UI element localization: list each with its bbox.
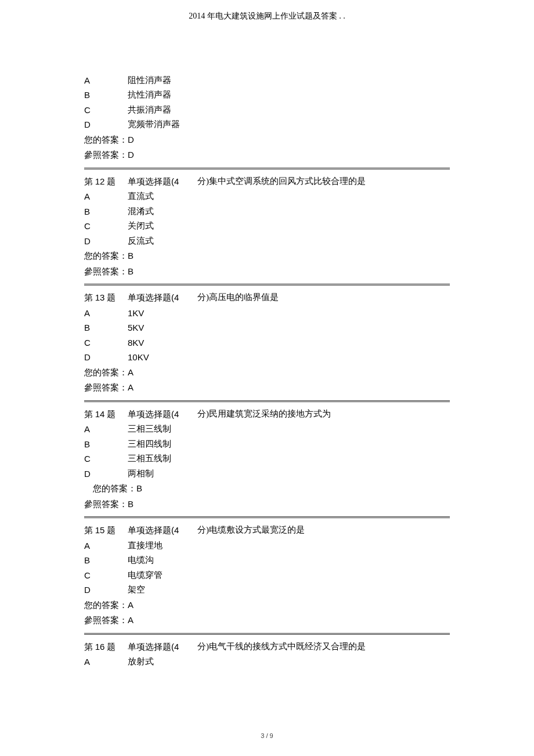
option-letter: C xyxy=(84,568,128,583)
option-text: 共振消声器 xyxy=(128,103,171,118)
q13-option-b: B5KV xyxy=(84,320,450,335)
question-text: 分)集中式空调系统的回风方式比较合理的是 xyxy=(197,174,450,190)
q15-option-a: A直接埋地 xyxy=(84,538,450,554)
q12-header: 第 12 题 单项选择题(4 分)集中式空调系统的回风方式比较合理的是 xyxy=(84,174,450,190)
question-number: 第 16 题 xyxy=(84,639,128,655)
question-type: 单项选择题(4 xyxy=(128,523,197,538)
q11-your-answer: 您的答案：D xyxy=(84,132,450,148)
your-answer-value: D xyxy=(128,135,134,144)
option-text: 1KV xyxy=(128,306,144,321)
option-letter: B xyxy=(84,320,128,335)
your-answer-label: 您的答案： xyxy=(84,135,128,144)
q11-ref-answer: 參照答案：D xyxy=(84,147,450,163)
divider xyxy=(84,516,450,518)
ref-answer-value: D xyxy=(128,150,134,160)
q12-option-c: C关闭式 xyxy=(84,219,450,234)
q14-option-a: A三相三线制 xyxy=(84,422,450,437)
option-text: 三相五线制 xyxy=(128,451,171,466)
your-answer-value: B xyxy=(136,483,142,493)
q11-option-b: B 抗性消声器 xyxy=(84,88,450,103)
question-text: 分)电气干线的接线方式中既经济又合理的是 xyxy=(197,639,450,655)
option-text: 直流式 xyxy=(128,189,154,204)
your-answer-label: 您的答案： xyxy=(84,368,128,377)
option-letter: D xyxy=(84,117,128,132)
divider xyxy=(84,633,450,635)
your-answer-label: 您的答案： xyxy=(93,484,136,493)
option-text: 关闭式 xyxy=(128,219,154,234)
your-answer-value: B xyxy=(128,251,134,261)
divider xyxy=(84,284,450,285)
question-type: 单项选择题(4 xyxy=(128,639,197,655)
q15-ref-answer: 參照答案：A xyxy=(84,613,450,628)
ref-answer-value: A xyxy=(128,382,134,392)
q14-your-answer: 您的答案：B xyxy=(84,481,450,497)
q16-header: 第 16 题 单项选择题(4 分)电气干线的接线方式中既经济又合理的是 xyxy=(84,639,450,655)
q15-your-answer: 您的答案：A xyxy=(84,598,450,613)
option-text: 10KV xyxy=(128,350,149,365)
question-number: 第 15 题 xyxy=(84,523,128,538)
option-text: 阻性消声器 xyxy=(128,73,171,88)
option-text: 电缆沟 xyxy=(128,553,154,568)
q14-ref-answer: 參照答案：B xyxy=(84,497,450,512)
option-text: 三相三线制 xyxy=(128,422,171,437)
q15-option-c: C电缆穿管 xyxy=(84,568,450,583)
q12-ref-answer: 參照答案：B xyxy=(84,264,450,280)
question-type: 单项选择题(4 xyxy=(128,290,197,306)
q13-ref-answer: 參照答案：A xyxy=(84,380,450,396)
ref-answer-label: 參照答案： xyxy=(84,616,128,625)
your-answer-value: A xyxy=(128,367,134,377)
option-letter: A xyxy=(84,306,128,321)
divider xyxy=(84,168,450,169)
option-text: 放射式 xyxy=(128,654,154,670)
option-letter: A xyxy=(84,538,128,554)
option-letter: B xyxy=(84,553,128,568)
option-text: 8KV xyxy=(128,335,144,350)
q14-header: 第 14 题 单项选择题(4 分)民用建筑宽泛采纳的接地方式为 xyxy=(84,407,450,422)
ref-answer-label: 參照答案： xyxy=(84,500,128,509)
option-letter: D xyxy=(84,234,128,249)
q16-option-a: A放射式 xyxy=(84,654,450,670)
q13-option-a: A1KV xyxy=(84,306,450,321)
option-letter: A xyxy=(84,73,128,88)
option-letter: A xyxy=(84,422,128,437)
q11-option-a: A 阻性消声器 xyxy=(84,73,450,88)
q15-header: 第 15 题 单项选择题(4 分)电缆敷设方式最宽泛的是 xyxy=(84,523,450,538)
your-answer-value: A xyxy=(128,600,134,610)
option-letter: C xyxy=(84,219,128,234)
option-text: 直接埋地 xyxy=(128,538,163,554)
q14-option-c: C三相五线制 xyxy=(84,451,450,466)
option-letter: D xyxy=(84,466,128,482)
q14-option-b: B三相四线制 xyxy=(84,437,450,452)
option-text: 抗性消声器 xyxy=(128,88,171,103)
page: 2014 年电大建筑设施网上作业试题及答案 . . A 阻性消声器 B 抗性消声… xyxy=(0,0,534,756)
option-letter: A xyxy=(84,654,128,670)
option-letter: C xyxy=(84,335,128,350)
option-text: 反流式 xyxy=(128,234,154,249)
q14-option-d: D两相制 xyxy=(84,466,450,482)
your-answer-label: 您的答案： xyxy=(84,251,128,261)
ref-answer-value: A xyxy=(128,615,134,625)
ref-answer-value: B xyxy=(128,266,134,276)
option-text: 5KV xyxy=(128,320,144,335)
q11-option-d: D 宽频带消声器 xyxy=(84,117,450,132)
q13-your-answer: 您的答案：A xyxy=(84,365,450,381)
question-text: 分)民用建筑宽泛采纳的接地方式为 xyxy=(197,407,450,422)
ref-answer-label: 參照答案： xyxy=(84,150,128,160)
option-letter: D xyxy=(84,350,128,365)
question-type: 单项选择题(4 xyxy=(128,174,197,190)
option-letter: C xyxy=(84,451,128,466)
option-letter: D xyxy=(84,583,128,598)
q12-option-d: D反流式 xyxy=(84,234,450,249)
your-answer-label: 您的答案： xyxy=(84,601,128,610)
option-text: 架空 xyxy=(128,583,145,598)
question-text: 分)高压电的临界值是 xyxy=(197,290,450,306)
option-text: 电缆穿管 xyxy=(128,568,163,583)
q12-option-a: A直流式 xyxy=(84,189,450,204)
option-letter: C xyxy=(84,103,128,118)
q15-option-d: D架空 xyxy=(84,583,450,598)
question-number: 第 13 题 xyxy=(84,290,128,306)
page-number: 3 / 9 xyxy=(0,730,534,741)
q12-option-b: B混淆式 xyxy=(84,204,450,219)
question-number: 第 12 题 xyxy=(84,174,128,190)
option-text: 两相制 xyxy=(128,466,154,482)
